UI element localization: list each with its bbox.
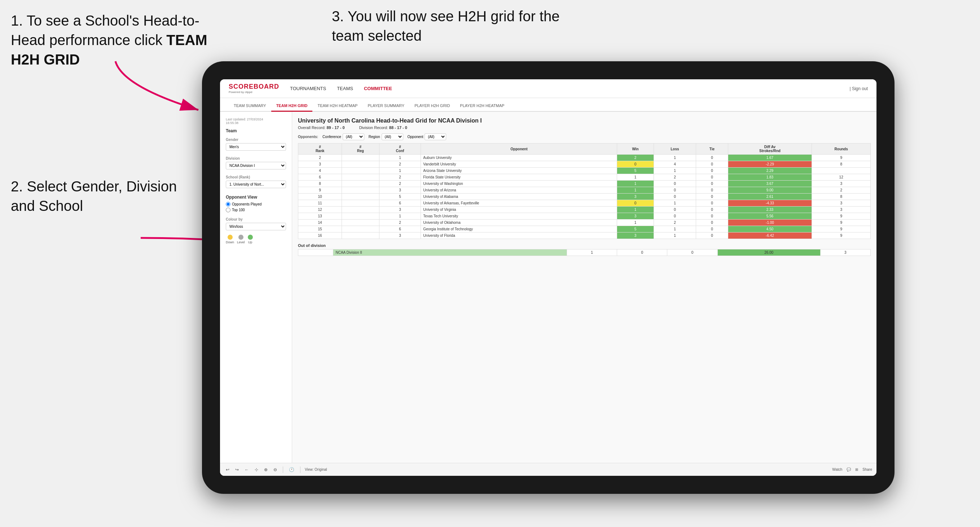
legend-level-dot bbox=[239, 235, 243, 240]
nav-teams[interactable]: TEAMS bbox=[337, 86, 353, 91]
cell-rounds: 8 bbox=[812, 161, 871, 168]
radio-opponents-played[interactable]: Opponents Played bbox=[226, 202, 286, 206]
cell-win: 5 bbox=[617, 226, 654, 232]
cell-opponent: University of Alabama bbox=[421, 194, 617, 200]
cell-conf: 2 bbox=[379, 219, 421, 226]
cell-rank: 16 bbox=[298, 232, 342, 239]
cell-conf: 1 bbox=[379, 213, 421, 219]
cell-opponent: University of Virginia bbox=[421, 206, 617, 213]
undo-btn[interactable]: ↩ bbox=[224, 467, 231, 473]
sidebar-school-label: School (Rank) bbox=[226, 175, 286, 179]
gender-select[interactable]: Men's Women's bbox=[226, 143, 286, 151]
bottom-toolbar: ↩ ↪ ← ⊹ ⊕ ⊖ 🕐 View: Original Watch 💬 ⊞ S… bbox=[220, 463, 877, 476]
nav-tournaments[interactable]: TOURNAMENTS bbox=[290, 86, 326, 91]
logo-area: SCOREBOARD Powered by clippd bbox=[229, 83, 279, 94]
comment-btn[interactable]: 💬 bbox=[846, 468, 851, 471]
cell-diff: 5.56 bbox=[728, 213, 812, 219]
sign-out-link[interactable]: | Sign out bbox=[850, 86, 868, 91]
cell-rounds: 9 bbox=[812, 232, 871, 239]
cell-diff: -6.42 bbox=[728, 232, 812, 239]
cell-rounds: 8 bbox=[812, 194, 871, 200]
cell-loss: 1 bbox=[654, 200, 696, 206]
cell-reg bbox=[342, 181, 379, 187]
cell-conf: 6 bbox=[379, 200, 421, 206]
sidebar: Last Updated: 27/03/2024 16:55:38 Team G… bbox=[220, 112, 292, 463]
crop-btn[interactable]: ⊹ bbox=[253, 467, 260, 473]
subnav-team-h2h-heatmap[interactable]: TEAM H2H HEATMAP bbox=[312, 100, 363, 112]
watch-btn[interactable]: Watch bbox=[832, 468, 842, 471]
out-of-div-tie: 0 bbox=[667, 249, 718, 256]
opponent-select[interactable]: (All) bbox=[425, 133, 446, 140]
content-area: Last Updated: 27/03/2024 16:55:38 Team G… bbox=[220, 112, 877, 463]
opponents-filter-label: Opponents: bbox=[298, 135, 318, 139]
col-reg: #Reg bbox=[342, 143, 379, 155]
grid-btn[interactable]: ⊞ bbox=[855, 468, 858, 471]
division-record: Division Record: 88 - 17 - 0 bbox=[359, 125, 407, 130]
subnav-player-h2h-grid[interactable]: PLAYER H2H GRID bbox=[409, 100, 455, 112]
clock-btn[interactable]: 🕐 bbox=[288, 467, 296, 473]
main-area: University of North Carolina Head-to-Hea… bbox=[292, 112, 877, 463]
cell-rank: 10 bbox=[298, 194, 342, 200]
share-btn[interactable]: Share bbox=[862, 468, 872, 471]
cell-loss: 1 bbox=[654, 232, 696, 239]
table-row: 15 6 Georgia Institute of Technology 5 1… bbox=[298, 226, 871, 232]
cell-rank: 11 bbox=[298, 200, 342, 206]
cell-conf: 2 bbox=[379, 174, 421, 181]
out-of-div-win: 1 bbox=[567, 249, 617, 256]
cell-opponent: University of Florida bbox=[421, 232, 617, 239]
cell-diff: 1.67 bbox=[728, 155, 812, 161]
table-row: 4 1 Arizona State University 5 1 0 2.29 bbox=[298, 168, 871, 174]
table-row: 11 6 University of Arkansas, Fayettevill… bbox=[298, 200, 871, 206]
col-tie: Tie bbox=[696, 143, 728, 155]
conference-filter: Conference (All) bbox=[323, 133, 364, 140]
step2-text: 2. Select Gender, Division and School bbox=[11, 177, 191, 216]
cell-rank: 12 bbox=[298, 206, 342, 213]
step3-text: 3. You will now see H2H grid for the tea… bbox=[332, 6, 570, 45]
division-select[interactable]: NCAA Division I NCAA Division II NCAA Di… bbox=[226, 162, 286, 170]
back-btn[interactable]: ← bbox=[243, 467, 250, 473]
cell-tie: 0 bbox=[696, 226, 728, 232]
toolbar-divider2 bbox=[300, 467, 301, 473]
table-row: 6 2 Florida State University 1 2 0 1.83 … bbox=[298, 174, 871, 181]
cell-loss: 0 bbox=[654, 213, 696, 219]
cell-loss: 2 bbox=[654, 219, 696, 226]
minus-btn[interactable]: ⊖ bbox=[272, 467, 278, 473]
subnav-player-summary[interactable]: PLAYER SUMMARY bbox=[363, 100, 409, 112]
cell-rank: 4 bbox=[298, 168, 342, 174]
cell-reg bbox=[342, 206, 379, 213]
cell-tie: 0 bbox=[696, 194, 728, 200]
cell-loss: 0 bbox=[654, 206, 696, 213]
logo-sub: Powered by clippd bbox=[229, 90, 279, 94]
conference-select[interactable]: (All) bbox=[343, 133, 364, 140]
colour-by-select[interactable]: Win/loss bbox=[226, 223, 286, 230]
cell-win: 1 bbox=[617, 174, 654, 181]
out-of-div-loss: 0 bbox=[617, 249, 667, 256]
redo-btn[interactable]: ↪ bbox=[234, 467, 240, 473]
cell-tie: 0 bbox=[696, 174, 728, 181]
region-select[interactable]: (All) bbox=[382, 133, 403, 140]
cell-win: 1 bbox=[617, 206, 654, 213]
nav-committee[interactable]: COMMITTEE bbox=[364, 86, 392, 91]
cell-rank: 9 bbox=[298, 187, 342, 194]
cell-conf: 6 bbox=[379, 226, 421, 232]
cell-opponent: Florida State University bbox=[421, 174, 617, 181]
cell-win: 5 bbox=[617, 168, 654, 174]
out-of-div-rounds: 3 bbox=[820, 249, 870, 256]
table-row: 13 1 Texas Tech University 3 0 0 5.56 9 bbox=[298, 213, 871, 219]
school-select[interactable]: 1. University of Nort... bbox=[226, 181, 286, 188]
out-of-division-table: NCAA Division II 1 0 0 26.00 3 bbox=[298, 249, 871, 256]
cell-rounds bbox=[812, 168, 871, 174]
subnav-team-summary[interactable]: TEAM SUMMARY bbox=[229, 100, 271, 112]
cell-reg bbox=[342, 155, 379, 161]
cell-opponent: University of Washington bbox=[421, 181, 617, 187]
cell-loss: 2 bbox=[654, 174, 696, 181]
cell-loss: 0 bbox=[654, 194, 696, 200]
table-header-row: #Rank #Reg #Conf Opponent Win Loss Tie D… bbox=[298, 143, 871, 155]
cell-tie: 0 bbox=[696, 155, 728, 161]
add-btn[interactable]: ⊕ bbox=[262, 467, 269, 473]
cell-rounds: 9 bbox=[812, 213, 871, 219]
subnav-team-h2h-grid[interactable]: TEAM H2H GRID bbox=[271, 100, 313, 112]
cell-diff: 1.83 bbox=[728, 174, 812, 181]
subnav-player-h2h-heatmap[interactable]: PLAYER H2H HEATMAP bbox=[455, 100, 509, 112]
radio-top100[interactable]: Top 100 bbox=[226, 208, 286, 212]
